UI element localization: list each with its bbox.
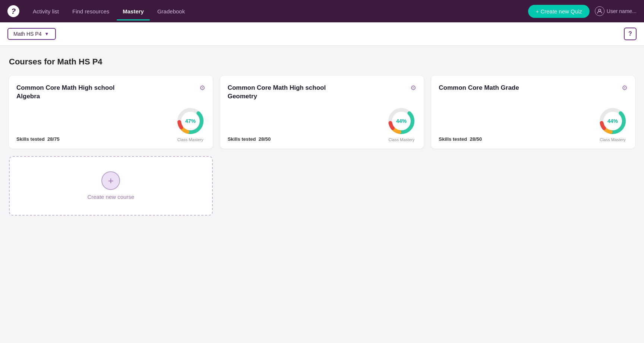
mastery-label-algebra: Class Mastery — [177, 137, 203, 142]
mastery-label-grade: Class Mastery — [600, 137, 626, 142]
nav-activity-list[interactable]: Activity list — [27, 5, 65, 18]
gear-icon-geometry[interactable]: ⚙ — [410, 84, 416, 92]
nav-mastery[interactable]: Mastery — [117, 5, 150, 18]
course-card-grade: Common Core Math Grade ⚙ Skills tested 2… — [431, 76, 635, 149]
skills-tested-grade: Skills tested 28/50 — [439, 136, 482, 142]
user-area[interactable]: User name... — [595, 6, 637, 16]
chevron-down-icon: ▼ — [44, 31, 49, 36]
donut-chart-algebra: 47% — [176, 106, 205, 136]
nav-gradebook[interactable]: Gradebook — [151, 5, 191, 18]
nav-find-resources[interactable]: Find resources — [66, 5, 115, 18]
course-title-algebra: Common Core Math High school Algebra — [16, 84, 130, 101]
svg-text:47%: 47% — [185, 118, 196, 124]
nav-right: + Create new Quiz User name... — [528, 5, 637, 18]
svg-point-0 — [599, 9, 601, 12]
class-name: Math HS P4 — [13, 31, 41, 37]
skills-tested-algebra: Skills tested 28/75 — [16, 136, 60, 142]
create-course-label: Create new course — [87, 194, 134, 200]
user-name: User name... — [607, 8, 637, 14]
create-course-card[interactable]: + Create new course — [9, 156, 213, 216]
donut-wrap-grade: 44% Class Mastery — [598, 106, 628, 142]
gear-icon-grade[interactable]: ⚙ — [622, 84, 628, 92]
card-header-grade: Common Core Math Grade ⚙ — [439, 84, 628, 92]
course-grid: Common Core Math High school Algebra ⚙ S… — [9, 76, 635, 149]
course-title-grade: Common Core Math Grade — [439, 84, 519, 92]
course-card-geometry: Common Core Math High school Geometry ⚙ … — [220, 76, 424, 149]
skills-tested-geometry: Skills tested 28/50 — [228, 136, 271, 142]
donut-chart-geometry: 44% — [386, 106, 416, 136]
course-title-geometry: Common Core Math High school Geometry — [228, 84, 341, 101]
course-card-algebra: Common Core Math High school Algebra ⚙ S… — [9, 76, 213, 149]
donut-wrap-geometry: 44% Class Mastery — [386, 106, 416, 142]
card-body-algebra: Skills tested 28/75 47% — [16, 101, 205, 142]
card-body-geometry: Skills tested 28/50 44% Class Mastery — [228, 101, 417, 142]
app-logo[interactable]: ? — [7, 5, 19, 17]
toolbar: Math HS P4 ▼ ? — [0, 22, 644, 46]
user-icon — [595, 6, 604, 16]
logo-char: ? — [11, 7, 16, 16]
second-row: + Create new course — [9, 156, 635, 216]
card-header-geometry: Common Core Math High school Geometry ⚙ — [228, 84, 417, 101]
donut-chart-grade: 44% — [598, 106, 628, 136]
create-quiz-button[interactable]: + Create new Quiz — [528, 5, 590, 18]
class-dropdown[interactable]: Math HS P4 ▼ — [7, 28, 56, 40]
svg-text:44%: 44% — [607, 118, 618, 124]
card-body-grade: Skills tested 28/50 44% Class Mastery — [439, 101, 628, 142]
gear-icon-algebra[interactable]: ⚙ — [199, 84, 205, 92]
card-header-algebra: Common Core Math High school Algebra ⚙ — [16, 84, 205, 101]
help-button[interactable]: ? — [624, 28, 637, 40]
main-content: Courses for Math HS P4 Common Core Math … — [0, 46, 644, 227]
nav-links: Activity list Find resources Mastery Gra… — [27, 5, 524, 18]
page-title: Courses for Math HS P4 — [9, 57, 635, 67]
svg-text:44%: 44% — [396, 118, 407, 124]
navbar: ? Activity list Find resources Mastery G… — [0, 0, 644, 22]
mastery-label-geometry: Class Mastery — [388, 137, 414, 142]
plus-icon: + — [101, 171, 120, 190]
donut-wrap-algebra: 47% Class Mastery — [176, 106, 205, 142]
